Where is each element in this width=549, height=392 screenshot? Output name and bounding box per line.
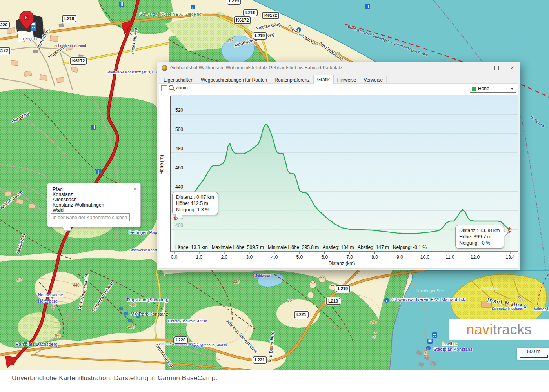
svg-text:440: 440: [233, 280, 240, 284]
x-tick-label: 8.0: [371, 254, 378, 260]
road-shield: K6172: [262, 12, 279, 19]
tooltip-end: Distanz : 13.38 km Höhe: 399.7 m Neigung…: [455, 225, 504, 249]
svg-text:400: 400: [423, 350, 428, 357]
map-label: Schmidtenbühl Nord: [54, 44, 86, 48]
tab-grafik[interactable]: Grafik: [313, 75, 334, 84]
x-tick-label: 11.0: [445, 254, 454, 260]
svg-text:i: i: [192, 5, 193, 9]
road-shield: L221: [253, 356, 267, 364]
map-label: 455 m: [193, 344, 203, 348]
elevation-series-dropdown[interactable]: Höhe: [470, 85, 516, 93]
dialog-title: Gebhardshof Wallhausen: Wohnmobilstellpl…: [170, 65, 473, 71]
dialog-titlebar[interactable]: Gebhardshof Wallhausen: Wohnmobilstellpl…: [157, 62, 520, 74]
map-label: Stadtplan Konstanz: [433, 347, 473, 352]
road-shield: L219: [253, 32, 267, 40]
tab-routenpraeferenz[interactable]: Routenpräferenz: [271, 76, 313, 84]
y-tick-label: 480: [175, 146, 183, 151]
map-label: Schwarzwaldverein E.V.: Mainaublick: [391, 297, 465, 302]
road-shield: K6172: [234, 16, 251, 24]
svg-text:i: i: [386, 299, 387, 303]
list-item[interactable]: Konstanz-Wollmatingen: [53, 203, 104, 208]
minimize-icon: [479, 68, 483, 68]
close-icon[interactable]: ×: [133, 187, 136, 191]
tooltip-distance: Distanz : 13.38 km: [459, 227, 500, 234]
y-tick-label: 500: [175, 127, 183, 132]
map-label: MX-Park Konstanz: [131, 312, 168, 316]
tab-hinweise[interactable]: Hinweise: [333, 76, 360, 84]
svg-text:460: 460: [130, 303, 136, 307]
tooltip-elevation: Höhe: 412.5 m: [176, 200, 214, 207]
zoom-checkbox[interactable]: [161, 85, 167, 91]
x-tick-label: 1.0: [196, 254, 203, 260]
map-search-input[interactable]: [51, 213, 130, 221]
zoom-checkbox-label: Zoom: [176, 85, 188, 91]
map-label: Hörenberg: [38, 299, 58, 303]
brand-tracks: tracks: [493, 321, 532, 338]
road-shield: L219: [227, 0, 241, 5]
route-dialog: Gebhardshof Wallhausen: Wohnmobilstellpl…: [157, 62, 520, 270]
tab-eigenschaften[interactable]: Eigenschaften: [160, 76, 197, 84]
restaurant-icon: [365, 4, 370, 9]
scale-label: 500 m: [517, 349, 549, 354]
restaurant-icon: [119, 2, 124, 7]
restaurant-icon: [91, 125, 96, 130]
road-shield: K6172: [70, 57, 87, 65]
x-tick-label: 12.0: [471, 254, 480, 260]
x-axis-title: Distanz (km): [171, 261, 513, 266]
map-label: Winter Lin: [534, 307, 549, 311]
road-shield: L219: [243, 9, 258, 16]
tooltip-elevation: Höhe: 399.7 m: [459, 234, 500, 240]
map-label: Schwarzwaldverein E.V.: Ziegelhof: [139, 12, 202, 16]
series-color-swatch: [472, 87, 476, 91]
map-label: Trapstand (Shooting): [126, 298, 169, 302]
caption-text: Unverbindliche Kartenillustration. Darst…: [12, 374, 217, 382]
y-tick-label: 520: [175, 107, 183, 113]
search-popup: Pfad Konstanz Allensbach Konstanz-Wollma…: [47, 183, 141, 227]
caption-strip: Unverbindliche Kartenillustration. Darst…: [0, 370, 549, 392]
x-tick-label: 7.0: [346, 254, 353, 260]
x-tick-label: 4.0: [271, 254, 278, 260]
x-tick-label: 3.0: [246, 254, 253, 260]
svg-text:440: 440: [73, 283, 80, 287]
brand-navi: navi: [466, 321, 493, 338]
x-tick-label: 5.0: [296, 254, 303, 260]
map-label: Bodensee: [479, 286, 498, 290]
bus-icon: [432, 332, 437, 338]
restaurant-icon: [96, 169, 102, 174]
x-tick-label: 10.0: [420, 254, 430, 260]
tab-verweise[interactable]: Verweise: [360, 76, 387, 84]
svg-text:i: i: [427, 347, 429, 350]
scale-bar: 500 m: [517, 348, 549, 360]
minimize-button[interactable]: [473, 63, 489, 73]
y-tick-label: 460: [175, 165, 183, 171]
dialog-tabbar: EigenschaftenWegbeschreibungen für Route…: [160, 75, 518, 84]
close-button[interactable]: ✕: [504, 63, 520, 73]
svg-text:460: 460: [54, 334, 61, 338]
list-item[interactable]: Wald: [53, 208, 104, 213]
road-shield: L220: [173, 336, 188, 344]
tab-wegbeschreibungen[interactable]: Wegbeschreibungen für Routen: [197, 76, 271, 84]
basecamp-route-icon: [162, 65, 167, 71]
x-tick-label: 0.0: [171, 254, 178, 260]
road-shield: L219: [336, 285, 350, 292]
map-label: Parkplatz Dachsberg: [16, 342, 58, 347]
svg-text:480: 480: [128, 325, 135, 329]
x-tick-label: 6.0: [321, 254, 328, 260]
x-tick-label: 9.0: [396, 254, 403, 260]
x-tick-label: 13.4: [505, 254, 515, 260]
map-label: Hinterer Badkrain, 472 m: [168, 319, 207, 323]
tooltip-distance: Distanz : 0.07 km: [176, 194, 214, 200]
map-label: Felsgrotte: [23, 37, 38, 41]
series-selected-value: Höhe: [478, 86, 511, 91]
road-shield: L219: [62, 15, 76, 22]
magnifier-icon: [169, 85, 174, 90]
maximize-button[interactable]: [489, 63, 504, 73]
map-label: Inselbus: [442, 341, 458, 346]
list-item[interactable]: Allensbach: [53, 197, 104, 202]
x-tick-label: 2.0: [221, 254, 228, 260]
road-shield: L220: [0, 21, 10, 29]
navitracks-logo: navitracks: [449, 319, 549, 340]
svg-text:h: h: [25, 16, 28, 20]
close-icon: ✕: [510, 65, 514, 71]
screenshot-stage: P i i i i: [0, 0, 549, 392]
